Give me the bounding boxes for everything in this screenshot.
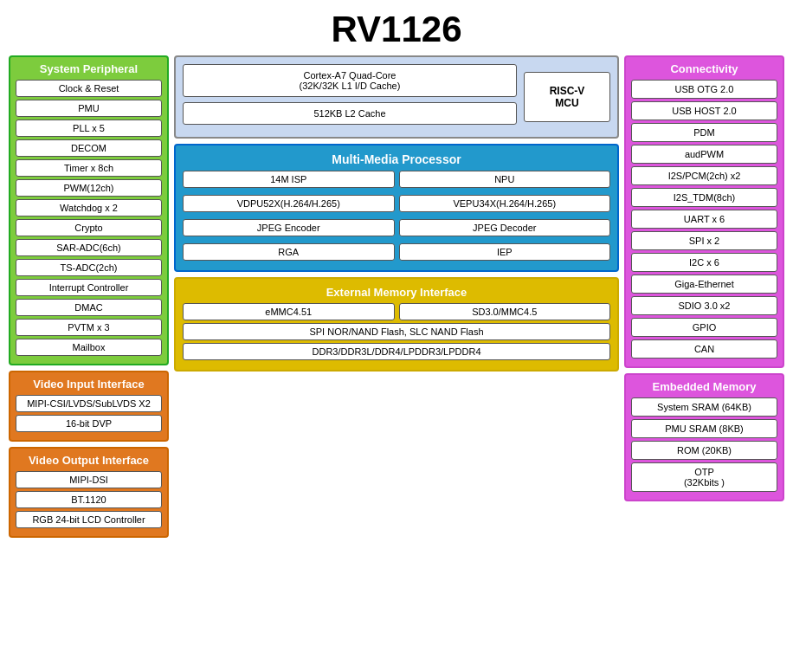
left-column: System Peripheral Clock & ResetPMUPLL x … bbox=[9, 55, 169, 663]
list-item: JPEG Encoder bbox=[183, 219, 395, 236]
cpu-right: RISC-VMCU bbox=[524, 72, 610, 122]
video-output-items: MIPI-DSIBT.1120RGB 24-bit LCD Controller bbox=[16, 471, 162, 528]
list-item: VEPU34X(H.264/H.265) bbox=[399, 195, 611, 212]
list-item: Clock & Reset bbox=[16, 80, 162, 97]
list-item: IEP bbox=[399, 243, 611, 261]
list-item: SAR-ADC(6ch) bbox=[16, 239, 162, 256]
list-item: DECOM bbox=[16, 139, 162, 157]
multimedia-title: Multi-Media Processor bbox=[183, 152, 610, 166]
video-output-panel: Video Output Interface MIPI-DSIBT.1120RG… bbox=[9, 447, 169, 538]
list-item: VDPU52X(H.264/H.265) bbox=[183, 195, 395, 212]
list-item: OTP(32Kbits ) bbox=[631, 462, 777, 492]
list-item: UART x 6 bbox=[631, 210, 777, 229]
video-input-items: MIPI-CSI/LVDS/SubLVDS X216-bit DVP bbox=[16, 395, 162, 432]
embedded-memory-panel: Embedded Memory System SRAM (64KB)PMU SR… bbox=[624, 373, 784, 501]
list-item: Crypto bbox=[16, 219, 162, 236]
list-item: SD3.0/MMC4.5 bbox=[399, 303, 611, 320]
list-item: Timer x 8ch bbox=[16, 159, 162, 177]
connectivity-panel: Connectivity USB OTG 2.0USB HOST 2.0PDMa… bbox=[624, 55, 784, 368]
cpu-left: Cortex-A7 Quad-Core (32K/32K L1 I/D Cach… bbox=[183, 64, 517, 130]
multimedia-panel: Multi-Media Processor 14M ISPNPUVDPU52X(… bbox=[174, 144, 619, 272]
embedded-memory-items: System SRAM (64KB)PMU SRAM (8KB)ROM (20K… bbox=[631, 397, 777, 492]
list-item: SDIO 3.0 x2 bbox=[631, 296, 777, 315]
list-item: JPEG Decoder bbox=[399, 219, 611, 236]
connectivity-title: Connectivity bbox=[631, 62, 777, 75]
list-item: MIPI-CSI/LVDS/SubLVDS X2 bbox=[16, 395, 162, 412]
list-item: Watchdog x 2 bbox=[16, 199, 162, 216]
connectivity-items: USB OTG 2.0USB HOST 2.0PDMaudPWMI2S/PCM(… bbox=[631, 80, 777, 359]
ext-memory-items: eMMC4.51SD3.0/MMC4.5SPI NOR/NAND Flash, … bbox=[183, 303, 610, 360]
list-item: ROM (20KB) bbox=[631, 441, 777, 460]
cache-box: 512KB L2 Cache bbox=[183, 102, 517, 125]
right-column: Connectivity USB OTG 2.0USB HOST 2.0PDMa… bbox=[624, 55, 784, 663]
list-item: System SRAM (64KB) bbox=[631, 397, 777, 417]
system-peripheral-items: Clock & ResetPMUPLL x 5DECOMTimer x 8chP… bbox=[16, 80, 162, 356]
main-grid: System Peripheral Clock & ResetPMUPLL x … bbox=[9, 55, 784, 663]
list-item: DDR3/DDR3L/DDR4/LPDDR3/LPDDR4 bbox=[183, 343, 610, 360]
list-item: NPU bbox=[399, 171, 611, 188]
system-peripheral-title: System Peripheral bbox=[16, 62, 162, 75]
list-item: SPI x 2 bbox=[631, 231, 777, 250]
embedded-memory-title: Embedded Memory bbox=[631, 380, 777, 393]
list-item: 14M ISP bbox=[183, 171, 395, 188]
list-item: I2S_TDM(8ch) bbox=[631, 188, 777, 207]
list-item: SPI NOR/NAND Flash, SLC NAND Flash bbox=[183, 323, 610, 340]
cortex-line1: Cortex-A7 Quad-Core bbox=[304, 70, 396, 81]
video-output-title: Video Output Interface bbox=[16, 454, 162, 467]
list-item: PMU SRAM (8KB) bbox=[631, 419, 777, 438]
multimedia-grid: 14M ISPNPUVDPU52X(H.264/H.265)VEPU34X(H.… bbox=[183, 171, 610, 263]
list-item: PDM bbox=[631, 123, 777, 142]
list-item: GPIO bbox=[631, 318, 777, 337]
list-item: USB HOST 2.0 bbox=[631, 101, 777, 120]
list-item: eMMC4.51 bbox=[183, 303, 395, 320]
list-item: RGB 24-bit LCD Controller bbox=[16, 511, 162, 528]
risc-box: RISC-VMCU bbox=[524, 72, 610, 122]
list-item: Interrupt Controller bbox=[16, 279, 162, 296]
list-item: CAN bbox=[631, 339, 777, 359]
list-item: I2C x 6 bbox=[631, 253, 777, 272]
video-input-panel: Video Input Interface MIPI-CSI/LVDS/SubL… bbox=[9, 371, 169, 442]
cpu-panel: Cortex-A7 Quad-Core (32K/32K L1 I/D Cach… bbox=[174, 55, 619, 139]
list-item: DMAC bbox=[16, 299, 162, 316]
list-item: PVTM x 3 bbox=[16, 319, 162, 336]
risc-label: RISC-VMCU bbox=[550, 85, 585, 109]
middle-column: Cortex-A7 Quad-Core (32K/32K L1 I/D Cach… bbox=[174, 55, 619, 663]
page-title: RV1126 bbox=[9, 9, 784, 50]
cortex-box: Cortex-A7 Quad-Core (32K/32K L1 I/D Cach… bbox=[183, 64, 517, 97]
list-item: audPWM bbox=[631, 145, 777, 164]
list-item: RGA bbox=[183, 243, 395, 261]
list-item: 16-bit DVP bbox=[16, 415, 162, 432]
list-item: TS-ADC(2ch) bbox=[16, 259, 162, 276]
video-input-title: Video Input Interface bbox=[16, 378, 162, 391]
page: RV1126 System Peripheral Clock & ResetPM… bbox=[0, 0, 793, 672]
ext-memory-panel: External Memory Interface eMMC4.51SD3.0/… bbox=[174, 277, 619, 372]
system-peripheral-panel: System Peripheral Clock & ResetPMUPLL x … bbox=[9, 55, 169, 365]
list-item: MIPI-DSI bbox=[16, 471, 162, 488]
list-item: PLL x 5 bbox=[16, 120, 162, 137]
list-item: BT.1120 bbox=[16, 491, 162, 508]
list-item: PMU bbox=[16, 100, 162, 117]
cortex-line2: (32K/32K L1 I/D Cache) bbox=[300, 81, 401, 91]
ext-memory-title: External Memory Interface bbox=[183, 286, 610, 299]
list-item: Giga-Ethernet bbox=[631, 275, 777, 294]
list-item: Mailbox bbox=[16, 339, 162, 356]
list-item: USB OTG 2.0 bbox=[631, 80, 777, 99]
list-item: I2S/PCM(2ch) x2 bbox=[631, 166, 777, 185]
list-item: PWM(12ch) bbox=[16, 179, 162, 197]
